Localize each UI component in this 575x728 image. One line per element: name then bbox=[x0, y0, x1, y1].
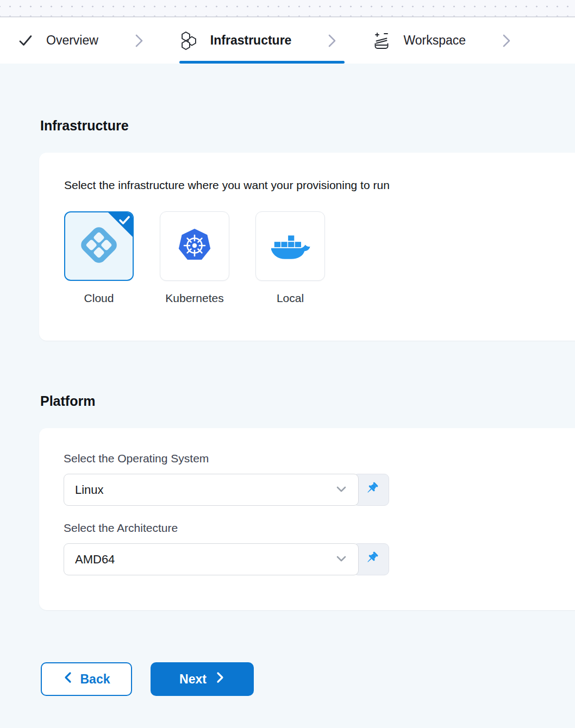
platform-heading: Platform bbox=[40, 393, 575, 409]
dotted-top-strip bbox=[0, 0, 575, 17]
os-select-value: Linux bbox=[75, 483, 104, 497]
pushpin-icon bbox=[363, 481, 379, 499]
architecture-field-label: Select the Architecture bbox=[64, 522, 564, 535]
infrastructure-card: Select the infrastructure where you want… bbox=[39, 153, 575, 341]
chevron-down-icon bbox=[334, 551, 348, 568]
infrastructure-heading: Infrastructure bbox=[40, 118, 575, 134]
kubernetes-icon bbox=[177, 228, 212, 265]
back-button[interactable]: Back bbox=[41, 662, 132, 696]
option-local: Local bbox=[255, 211, 325, 305]
cloud-provider-icon bbox=[75, 221, 123, 271]
architecture-select-value: AMD64 bbox=[75, 553, 115, 567]
tab-workspace-label: Workspace bbox=[403, 33, 466, 48]
pushpin-icon bbox=[363, 550, 379, 569]
main-content: Infrastructure Select the infrastructure… bbox=[0, 118, 575, 696]
tab-infrastructure-label: Infrastructure bbox=[210, 33, 292, 48]
option-kubernetes-label: Kubernetes bbox=[165, 292, 223, 305]
option-kubernetes: Kubernetes bbox=[160, 211, 229, 305]
architecture-select[interactable]: AMD64 bbox=[64, 543, 359, 575]
option-cloud-tile[interactable] bbox=[64, 211, 134, 281]
tab-overview-label: Overview bbox=[46, 33, 98, 48]
infrastructure-prompt: Select the infrastructure where you want… bbox=[64, 179, 563, 192]
wizard-actions: Back Next bbox=[41, 662, 575, 696]
os-select[interactable]: Linux bbox=[64, 474, 359, 506]
docker-whale-icon bbox=[270, 228, 311, 264]
os-field: Select the Operating System Linux bbox=[64, 452, 564, 506]
tab-overview[interactable]: Overview bbox=[18, 33, 98, 48]
next-button[interactable]: Next bbox=[151, 662, 254, 696]
option-cloud-label: Cloud bbox=[84, 292, 114, 305]
option-local-label: Local bbox=[277, 292, 304, 305]
infrastructure-options: Cloud bbox=[64, 211, 563, 305]
back-button-label: Back bbox=[80, 672, 110, 687]
chevron-right-icon bbox=[215, 671, 225, 687]
active-tab-underline bbox=[179, 61, 345, 64]
tab-workspace[interactable]: Workspace bbox=[373, 32, 466, 50]
option-kubernetes-tile[interactable] bbox=[160, 211, 229, 281]
chevron-down-icon bbox=[334, 482, 348, 498]
option-cloud: Cloud bbox=[64, 211, 134, 305]
chevron-left-icon bbox=[63, 671, 73, 687]
wizard-stepper: Overview Infrastructure bbox=[0, 17, 575, 64]
architecture-field: Select the Architecture AMD64 bbox=[64, 522, 564, 575]
chevron-right-icon bbox=[501, 34, 512, 48]
platform-card: Select the Operating System Linux bbox=[39, 428, 575, 610]
check-icon bbox=[18, 33, 33, 48]
os-field-label: Select the Operating System bbox=[64, 452, 564, 465]
chevron-right-icon bbox=[326, 34, 338, 48]
tab-infrastructure[interactable]: Infrastructure bbox=[180, 31, 292, 51]
next-button-label: Next bbox=[179, 672, 207, 687]
hexagons-icon bbox=[180, 31, 197, 51]
layers-stack-icon bbox=[373, 32, 390, 50]
chevron-right-icon bbox=[133, 34, 145, 48]
option-local-tile[interactable] bbox=[255, 211, 325, 281]
